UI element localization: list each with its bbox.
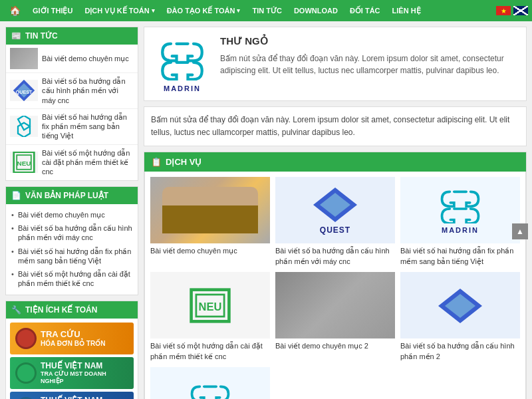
quest-logo-small: QUEST xyxy=(12,80,36,101)
news-thumb xyxy=(10,116,38,137)
list-item[interactable]: Bài viết số hai hướng dẫn fix phần mềm s… xyxy=(6,109,138,145)
tool-thue-vn-text: THUẾ VIỆT NAM TRA CỨU MST DOANH NGHIỆP xyxy=(41,361,128,385)
badge-icon-green xyxy=(15,362,37,384)
grid-item-title: Bài viết số hai hướng dẫn fix phần mềm s… xyxy=(400,246,520,267)
list-item[interactable]: Bài viết demo chuyên mục xyxy=(150,177,270,267)
thu-ngo-section: MADRIN THƯ NGỎ Bấm nút sửa để thay đổi đ… xyxy=(144,27,527,101)
flag-vietnam[interactable] xyxy=(496,6,511,15)
thu-ngo-intro: Bấm nút sửa để thay đổi đoạn văn này. Lo… xyxy=(220,53,518,76)
dich-vu-title: DỊCH VỤ xyxy=(166,157,201,167)
svg-text:QUEST: QUEST xyxy=(16,89,33,95)
grid-item-title: Bài viết số một hướng dẫn cài đặt phần m… xyxy=(150,341,270,362)
list-item[interactable]: QUEST Bài viết số ba hướng dẫn cấu hình … xyxy=(275,177,395,267)
news-item-title: Bài viết số hai hướng dẫn fix phần mềm s… xyxy=(42,112,134,141)
grid-item-title: Bài viết demo chuyên mục xyxy=(150,246,270,256)
quest-logo-medium-2 xyxy=(437,287,483,324)
tools-icon: 🔧 xyxy=(11,305,21,315)
document-icon: 📄 xyxy=(11,191,21,200)
list-item[interactable]: Bài viết demo chuyên mục xyxy=(6,45,138,73)
tool-tra-cuu-text: TRA CỨU HÓA ĐƠN BỎ TRỐN xyxy=(41,329,105,348)
list-item[interactable]: MADRIN Bài viết số hai hướng dẫn fix phầ… xyxy=(400,177,520,267)
sidebar-van-ban-title: VĂN BẢN PHÁP LUẬT xyxy=(25,191,108,200)
nav-home[interactable]: 🏠 xyxy=(4,3,26,19)
law-list: Bài viết demo chuyên mục Bài viết số ba … xyxy=(6,204,138,295)
svg-text:NEU: NEU xyxy=(17,160,31,167)
grid-item-title: Bài viết số ba hướng dẫn cấu hình phần m… xyxy=(275,246,395,267)
quest-logo-medium xyxy=(312,186,358,223)
tool-tra-cuu[interactable]: TRA CỨU HÓA ĐƠN BỎ TRỐN xyxy=(10,323,134,354)
list-item[interactable]: Bài viết demo chuyên mục xyxy=(11,208,132,221)
nav-item-lien-he[interactable]: LIÊN HỆ xyxy=(387,4,426,18)
sidebar-tin-tuc-header: 📰 TIN TỨC xyxy=(6,27,138,45)
list-item[interactable]: NEU Bài viết số một hướng dẫn cài đặt ph… xyxy=(6,145,138,180)
nav-item-doi-tac[interactable]: ĐỐI TÁC xyxy=(344,4,386,18)
chevron-down-icon-2: ▾ xyxy=(237,7,240,14)
list-item[interactable]: Bài viết số hai hướng dẫn fix phần mềm s… xyxy=(11,245,132,268)
sidebar-tien-ich-header: 🔧 TIỆN ÍCH KẾ TOÁN xyxy=(6,301,138,319)
madrin-brand-text: MADRIN xyxy=(164,84,201,92)
page-content: 📰 TIN TỨC Bài viết demo chuyên mục xyxy=(0,21,532,399)
dich-vu-section: 📋 DỊCH VỤ Bài viết demo chuyên mục xyxy=(144,152,527,399)
neu-logo-small: NEU xyxy=(12,152,36,173)
newspaper-icon: 📰 xyxy=(11,31,21,41)
main-content: MADRIN THƯ NGỎ Bấm nút sửa để thay đổi đ… xyxy=(144,27,527,399)
nav-item-gioi-thieu[interactable]: GIỚI THIỆU xyxy=(27,4,78,18)
news-list: Bài viết demo chuyên mục QUEST Bài viết … xyxy=(6,45,138,180)
nav-item-tin-tuc[interactable]: TIN TỨC xyxy=(247,4,287,18)
quest-brand-text: QUEST xyxy=(320,225,350,235)
tool-thue-vn[interactable]: THUẾ VIỆT NAM TRA CỨU MST DOANH NGHIỆP xyxy=(10,357,134,389)
sidebar-tien-ich: 🔧 TIỆN ÍCH KẾ TOÁN TRA CỨU HÓA ĐƠN BỎ TR… xyxy=(5,301,138,399)
grid-item-image xyxy=(400,272,520,338)
thu-ngo-title: THƯ NGỎ xyxy=(220,35,518,47)
sidebar: 📰 TIN TỨC Bài viết demo chuyên mục xyxy=(5,27,138,399)
list-item[interactable]: QUEST Bài viết số ba hướng dẫn cấu hình … xyxy=(6,73,138,109)
list-item[interactable]: Bài viết số ba hướng dẫn cấu hình phần m… xyxy=(400,272,520,362)
nav-label-dao-tao: ĐÀO TẠO KẾ TOÁN xyxy=(167,7,235,15)
thu-ngo-logo: MADRIN xyxy=(152,35,212,92)
grid-item-image xyxy=(150,367,270,399)
madrin-logo-large xyxy=(156,35,209,80)
chevron-down-icon: ▾ xyxy=(152,7,155,14)
dich-vu-grid: Bài viết demo chuyên mục QUEST Bài viết … xyxy=(144,172,526,399)
grid-item-title: Bài viết demo chuyên mục 2 xyxy=(275,341,395,351)
nav-label-dich-vu: DỊCH VỤ KẾ TOÁN xyxy=(84,7,149,15)
grid-item-image: QUEST xyxy=(275,177,395,243)
madrin-logo-medium xyxy=(437,187,483,223)
sidebar-tin-tuc-title: TIN TỨC xyxy=(25,31,58,41)
grid-item-image xyxy=(275,272,395,338)
news-item-title: Bài viết số một hướng dẫn cài đặt phần m… xyxy=(42,148,134,177)
sidebar-van-ban: 📄 VĂN BẢN PHÁP LUẬT Bài viết demo chuyên… xyxy=(5,186,138,295)
thu-ngo-full-text: Bấm nút sửa để thay đổi đoạn văn này. Lo… xyxy=(144,106,527,146)
news-thumb: NEU xyxy=(10,152,38,173)
grid-item-image: NEU xyxy=(150,272,270,338)
sidebar-van-ban-header: 📄 VĂN BẢN PHÁP LUẬT xyxy=(6,187,138,204)
neu-logo-medium: NEU xyxy=(187,287,233,324)
nav-item-download[interactable]: DOWNLOAD xyxy=(289,4,343,17)
news-thumb xyxy=(10,48,38,69)
flag-uk[interactable] xyxy=(513,6,528,15)
madrin-brand-text-2: MADRIN xyxy=(442,226,479,234)
list-item[interactable]: Bài viết số ba hướng dẫn cấu hình phần m… xyxy=(11,221,132,245)
nav-item-dao-tao[interactable]: ĐÀO TẠO KẾ TOÁN ▾ xyxy=(162,4,246,18)
nav-flags xyxy=(496,6,528,15)
list-item[interactable]: Bài viết số hai hướng dẫn fix phần mềm 2 xyxy=(150,367,270,399)
sidebar-tin-tuc: 📰 TIN TỨC Bài viết demo chuyên mục xyxy=(5,27,138,181)
news-item-title: Bài viết demo chuyên mục xyxy=(42,54,129,63)
tool-thue-vn2[interactable]: THUẾ VIỆT NAM Tổng cục thuế - Bộ tài chí… xyxy=(10,392,134,399)
scroll-top-button[interactable]: ▲ xyxy=(512,223,528,239)
grid-item-title: Bài viết số ba hướng dẫn cấu hình phần m… xyxy=(400,341,520,362)
tool-thue-vn2-text: THUẾ VIỆT NAM Tổng cục thuế - Bộ tài chí… xyxy=(41,396,125,399)
grid-item-image: MADRIN xyxy=(400,177,520,243)
nav-item-dich-vu[interactable]: DỊCH VỤ KẾ TOÁN ▾ xyxy=(79,4,160,18)
news-thumb: QUEST xyxy=(10,80,38,101)
tools-list: TRA CỨU HÓA ĐƠN BỎ TRỐN THUẾ VIỆT NAM TR… xyxy=(6,319,138,399)
list-item[interactable]: NEU Bài viết số một hướng dẫn cài đặt ph… xyxy=(150,272,270,362)
svg-text:NEU: NEU xyxy=(199,300,222,312)
dich-vu-header: 📋 DỊCH VỤ xyxy=(144,152,526,172)
sidebar-tien-ich-title: TIỆN ÍCH KẾ TOÁN xyxy=(25,305,97,315)
list-item[interactable]: Bài viết số một hướng dẫn cài đặt phần m… xyxy=(11,267,132,291)
badge-icon xyxy=(15,328,37,349)
list-item[interactable]: Bài viết demo chuyên mục 2 xyxy=(275,272,395,362)
news-item-title: Bài viết số ba hướng dẫn cấu hình phần m… xyxy=(42,76,134,105)
main-nav: 🏠 GIỚI THIỆU DỊCH VỤ KẾ TOÁN ▾ ĐÀO TẠO K… xyxy=(0,0,532,21)
